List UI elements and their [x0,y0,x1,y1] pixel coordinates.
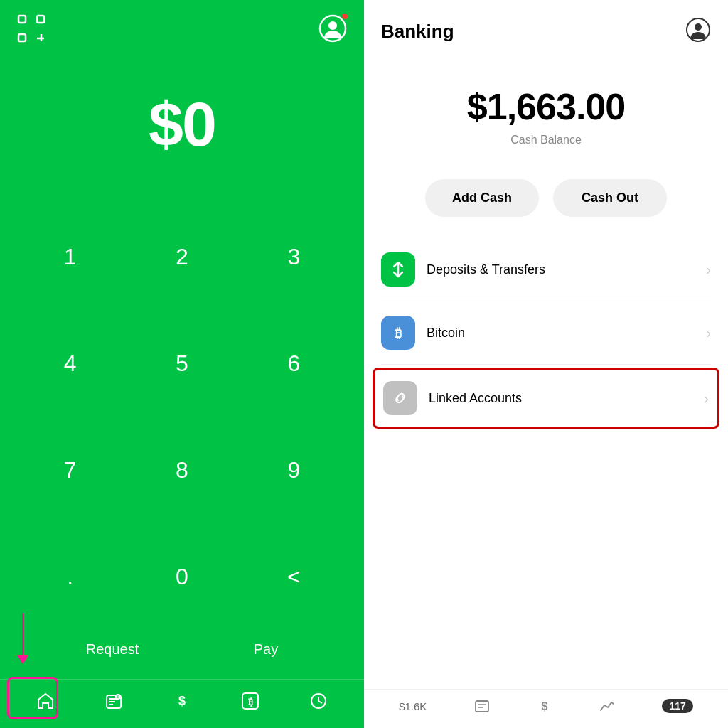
numpad: 1 2 3 4 5 6 7 8 9 . 0 < [0,203,364,630]
numpad-7[interactable]: 7 [14,417,126,523]
pay-button[interactable]: Pay [254,641,278,658]
bottom-actions: Request Pay [0,630,364,679]
numpad-8[interactable]: 8 [126,417,237,523]
menu-item-deposits[interactable]: Deposits & Transfers › [381,238,711,301]
svg-point-6 [328,21,337,30]
linked-accounts-label: Linked Accounts [429,391,704,406]
svg-line-18 [318,701,322,703]
profile-icon-right[interactable] [685,17,711,46]
svg-text:$: $ [178,694,186,708]
numpad-backspace[interactable]: < [238,523,350,630]
deposits-icon [381,252,415,287]
svg-rect-2 [18,34,26,41]
left-panel: $0 1 2 3 4 5 6 7 8 9 . 0 < Request Pay [0,0,364,728]
numpad-2[interactable]: 2 [126,203,237,310]
numpad-3[interactable]: 3 [238,203,350,310]
badge-count: 117 [662,699,692,713]
deposits-label: Deposits & Transfers [427,262,706,277]
bottom-badge: 117 [662,699,692,713]
button-row: Add Cash Cash Out [364,168,728,238]
arrow-annotation [17,613,28,664]
bottom-balance-amount: $1.6K [399,700,427,712]
svg-text:₿: ₿ [395,326,402,341]
nav-investing[interactable]: ₿ [235,688,266,714]
numpad-0[interactable]: 0 [126,523,237,630]
bitcoin-chevron: › [706,325,711,341]
nav-activity[interactable]: $ [98,688,129,714]
menu-item-bitcoin[interactable]: ₿ Bitcoin › [381,301,711,365]
menu-item-linked-accounts[interactable]: Linked Accounts › [373,368,719,429]
cash-label: Cash Balance [381,134,711,146]
svg-rect-22 [476,701,488,712]
cash-balance-section: $1,663.00 Cash Balance [364,57,728,168]
balance-display: $0 [0,88,364,161]
svg-rect-1 [37,16,44,23]
linked-accounts-icon [383,381,417,415]
nav-cash[interactable]: $ [166,688,198,714]
left-header [0,0,364,60]
bottom-activity-icon[interactable] [474,698,490,714]
bottom-balance: $1.6K [399,700,427,712]
notification-dot [341,13,348,20]
deposits-chevron: › [706,262,711,278]
nav-home[interactable] [30,688,61,714]
banking-title: Banking [381,21,454,43]
svg-text:₿: ₿ [248,696,253,707]
add-cash-button[interactable]: Add Cash [425,179,539,217]
nav-clock[interactable] [303,688,334,714]
cash-out-button[interactable]: Cash Out [553,179,667,217]
numpad-6[interactable]: 6 [238,310,350,417]
svg-text:$: $ [541,700,547,712]
numpad-1[interactable]: 1 [14,203,126,310]
right-bottom-bar: $1.6K $ 117 [364,689,728,728]
numpad-dot[interactable]: . [14,523,126,630]
numpad-4[interactable]: 4 [14,310,126,417]
bottom-chart[interactable] [599,698,615,714]
cash-amount: $1,663.00 [381,85,711,128]
request-button[interactable]: Request [86,641,139,658]
bitcoin-label: Bitcoin [427,326,706,341]
bitcoin-icon: ₿ [381,316,415,350]
right-panel: Banking $1,663.00 Cash Balance Add Cash … [364,0,728,728]
scan-icon[interactable] [17,14,46,46]
right-header: Banking [364,0,728,57]
linked-accounts-chevron: › [704,390,709,407]
menu-section: Deposits & Transfers › ₿ Bitcoin › Linke… [364,238,728,689]
svg-rect-0 [18,16,26,23]
numpad-9[interactable]: 9 [238,417,350,523]
bottom-dollar[interactable]: $ [537,698,552,714]
profile-icon-left[interactable] [318,14,347,46]
numpad-5[interactable]: 5 [126,310,237,417]
svg-point-20 [695,23,702,31]
